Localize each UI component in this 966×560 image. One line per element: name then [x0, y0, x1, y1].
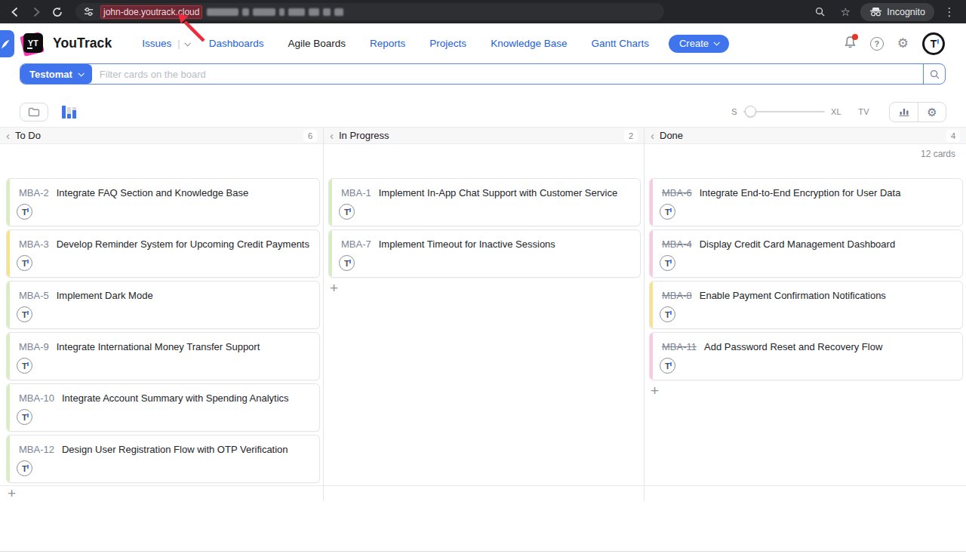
notifications-button[interactable] — [844, 35, 857, 52]
filter-input[interactable] — [92, 64, 923, 84]
settings-gear-icon[interactable]: ⚙ — [897, 37, 909, 50]
card-id[interactable]: MBA-12 — [19, 444, 54, 455]
card-title[interactable]: Integrate Account Summary with Spending … — [62, 392, 289, 404]
assignee-avatar[interactable]: T — [17, 255, 32, 271]
column-cards-0: MBA-2Integrate FAQ Section and Knowledge… — [6, 178, 320, 483]
assignee-avatar[interactable]: T — [17, 358, 32, 374]
card-id[interactable]: MBA-1 — [341, 187, 371, 198]
url-text[interactable]: john-doe.youtrack.cloud — [100, 5, 202, 19]
browser-forward-icon[interactable] — [26, 3, 47, 21]
card-title[interactable]: Display Credit Card Management Dashboard — [700, 238, 895, 250]
card-id[interactable]: MBA-7 — [341, 238, 371, 250]
chart-view-toggle[interactable] — [62, 105, 76, 118]
card-id[interactable]: MBA-10 — [19, 392, 54, 404]
collapse-column-icon[interactable]: ‹ — [6, 130, 10, 141]
card-id[interactable]: MBA-5 — [19, 290, 49, 301]
chart-button[interactable] — [890, 103, 918, 122]
card-id[interactable]: MBA-2 — [19, 187, 49, 198]
collapse-column-icon[interactable]: ‹ — [330, 130, 334, 141]
card-title[interactable]: Integrate FAQ Section and Knowledge Base — [57, 187, 248, 198]
collapse-column-icon[interactable]: ‹ — [651, 130, 654, 141]
incognito-badge: Incognito — [860, 3, 934, 21]
help-button[interactable]: ? — [870, 37, 884, 51]
incognito-icon — [869, 7, 882, 17]
extension-tab[interactable] — [0, 30, 14, 57]
assignee-avatar[interactable]: T — [17, 306, 32, 322]
assignee-avatar[interactable]: T — [660, 358, 675, 374]
slider-handle[interactable] — [745, 106, 756, 117]
avatar-accent — [27, 260, 29, 263]
card-id[interactable]: MBA-4 — [662, 238, 692, 250]
assignee-avatar[interactable]: T — [17, 409, 32, 425]
bookmark-star-icon[interactable]: ☆ — [835, 3, 856, 21]
card-priority-stripe — [650, 333, 653, 380]
card-id[interactable]: MBA-6 — [662, 187, 692, 198]
add-card-button[interactable]: + — [651, 386, 659, 396]
nav-issues[interactable]: Issues — [142, 33, 171, 54]
nav-dashboards[interactable]: Dashboards — [209, 33, 264, 54]
column-header-in-progress[interactable]: ‹ In Progress 2 — [323, 128, 644, 143]
column-header-todo[interactable]: ‹ To Do 6 — [0, 128, 323, 143]
card-id[interactable]: MBA-8 — [662, 290, 692, 301]
assignee-avatar[interactable]: T — [339, 204, 355, 220]
nav-gantt-charts[interactable]: Gantt Charts — [591, 33, 649, 54]
assignee-avatar[interactable]: T — [660, 255, 675, 271]
add-card-button[interactable]: + — [330, 283, 338, 294]
avatar-accent — [670, 208, 672, 212]
card-mba-7[interactable]: MBA-7Implement Timeout for Inactive Sess… — [328, 229, 641, 278]
card-id[interactable]: MBA-11 — [662, 341, 697, 352]
card-mba-12[interactable]: MBA-12Design User Registration Flow with… — [6, 435, 320, 483]
card-size-slider[interactable] — [743, 111, 825, 112]
browser-menu-icon[interactable]: ⋮ — [939, 3, 960, 21]
youtrack-logo[interactable]: YT YouTrack — [21, 32, 112, 56]
avatar-accent — [27, 208, 29, 212]
nav-projects[interactable]: Projects — [429, 33, 466, 54]
address-bar[interactable]: john-doe.youtrack.cloud — [75, 3, 664, 20]
card-title[interactable]: Integrate End-to-End Encryption for User… — [700, 187, 901, 198]
backlog-button[interactable] — [20, 103, 48, 122]
card-mba-3[interactable]: MBA-3Develop Reminder System for Upcomin… — [6, 229, 320, 278]
card-title[interactable]: Integrate International Money Transfer S… — [57, 341, 260, 352]
avatar-accent — [670, 362, 672, 366]
chevron-down-icon[interactable] — [184, 40, 190, 46]
assignee-avatar[interactable]: T — [17, 460, 32, 476]
search-tabs-icon[interactable] — [809, 3, 830, 21]
card-mba-6[interactable]: MBA-6Integrate End-to-End Encryption for… — [649, 178, 963, 226]
card-title[interactable]: Enable Payment Confirmation Notification… — [700, 290, 886, 301]
card-mba-8[interactable]: MBA-8Enable Payment Confirmation Notific… — [649, 281, 963, 329]
card-title[interactable]: Implement Timeout for Inactive Sessions — [379, 238, 555, 250]
card-mba-1[interactable]: MBA-1Implement In-App Chat Support with … — [328, 178, 641, 226]
card-mba-5[interactable]: MBA-5Implement Dark ModeT — [6, 281, 320, 329]
column-header-done[interactable]: ‹ Done 4 — [644, 128, 966, 143]
board-selector-button[interactable]: Testomat — [20, 64, 92, 84]
card-mba-4[interactable]: MBA-4Display Credit Card Management Dash… — [649, 229, 963, 278]
nav-knowledge-base[interactable]: Knowledge Base — [491, 33, 567, 54]
card-title[interactable]: Implement In-App Chat Support with Custo… — [379, 187, 617, 198]
card-mba-11[interactable]: MBA-11Add Password Reset and Recovery Fl… — [649, 332, 963, 380]
card-title[interactable]: Add Password Reset and Recovery Flow — [704, 341, 882, 352]
assignee-avatar[interactable]: T — [660, 204, 675, 220]
assignee-avatar[interactable]: T — [339, 255, 355, 271]
tv-mode-button[interactable]: TV — [858, 107, 869, 116]
avatar-accent — [349, 260, 351, 263]
assignee-avatar[interactable]: T — [660, 306, 675, 322]
card-title[interactable]: Develop Reminder System for Upcoming Cre… — [57, 238, 309, 250]
assignee-avatar[interactable]: T — [17, 204, 32, 220]
card-title[interactable]: Implement Dark Mode — [57, 290, 153, 301]
nav-reports[interactable]: Reports — [370, 33, 405, 54]
browser-reload-icon[interactable] — [47, 3, 68, 21]
card-mba-10[interactable]: MBA-10Integrate Account Summary with Spe… — [6, 383, 320, 432]
filter-search-button[interactable] — [923, 64, 945, 84]
card-mba-9[interactable]: MBA-9Integrate International Money Trans… — [6, 332, 320, 380]
user-avatar[interactable]: T — [922, 32, 945, 55]
card-id[interactable]: MBA-3 — [19, 238, 49, 250]
board-settings-button[interactable]: ⚙ — [918, 103, 946, 122]
card-title[interactable]: Design User Registration Flow with OTP V… — [62, 444, 288, 455]
create-button[interactable]: Create — [669, 35, 729, 53]
site-settings-icon[interactable] — [83, 6, 94, 17]
add-card-button[interactable]: + — [8, 488, 16, 499]
nav-agile-boards[interactable]: Agile Boards — [288, 33, 346, 54]
card-id[interactable]: MBA-9 — [19, 341, 49, 352]
card-mba-2[interactable]: MBA-2Integrate FAQ Section and Knowledge… — [6, 178, 320, 226]
browser-back-icon[interactable] — [5, 3, 26, 21]
